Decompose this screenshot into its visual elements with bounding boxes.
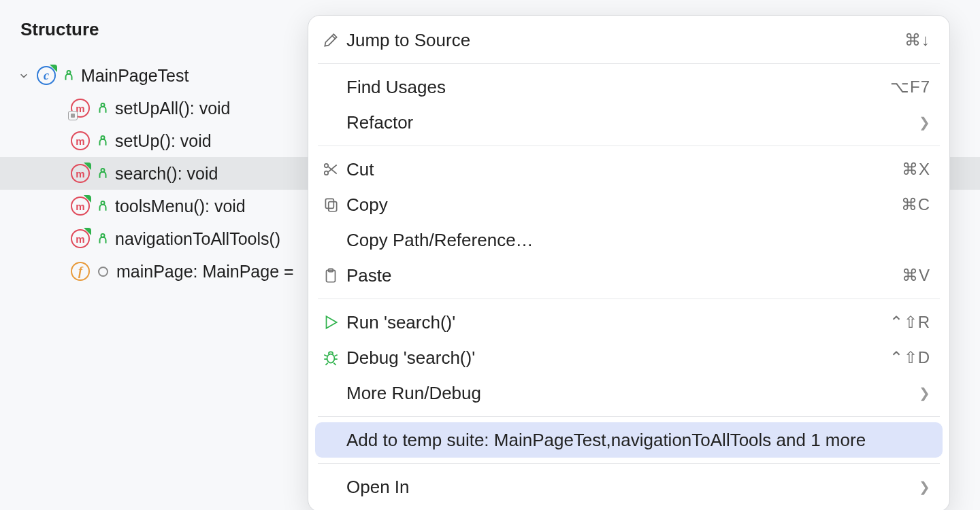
- menu-separator: [318, 63, 940, 64]
- menu-item-jump-to-source[interactable]: Jump to Source ⌘↓: [308, 22, 949, 58]
- scissors-icon: [319, 158, 342, 181]
- chevron-right-icon: ❯: [919, 479, 930, 495]
- menu-shortcut: ⌃⇧D: [889, 348, 930, 367]
- visibility-public-icon: [97, 167, 109, 180]
- menu-item-cut[interactable]: Cut ⌘X: [308, 152, 949, 187]
- menu-label: Debug 'search()': [346, 347, 889, 369]
- svg-rect-9: [329, 202, 337, 211]
- svg-point-13: [327, 354, 335, 363]
- visibility-public-icon: [97, 233, 109, 245]
- menu-item-refactor[interactable]: Refactor ❯: [308, 105, 949, 140]
- menu-shortcut: ⌘C: [901, 195, 930, 214]
- menu-item-copy-path[interactable]: Copy Path/Reference…: [308, 222, 949, 258]
- visibility-public-icon: [97, 200, 109, 212]
- tree-item-label: navigationToAllTools(): [115, 229, 280, 249]
- menu-label: Refactor: [346, 112, 919, 133]
- menu-item-copy[interactable]: Copy ⌘C: [308, 187, 949, 222]
- menu-shortcut: ⌥F7: [890, 78, 930, 97]
- bug-icon: [319, 346, 342, 369]
- menu-label: Copy Path/Reference…: [346, 230, 930, 251]
- menu-separator: [318, 146, 940, 146]
- svg-rect-8: [325, 199, 333, 208]
- menu-separator: [318, 299, 940, 299]
- menu-shortcut: ⌃⇧R: [889, 313, 930, 332]
- menu-label: Copy: [346, 194, 901, 216]
- visibility-package-icon: [98, 267, 108, 277]
- menu-item-add-to-temp-suite[interactable]: Add to temp suite: MainPageTest,navigati…: [315, 422, 943, 458]
- svg-marker-12: [327, 316, 337, 328]
- menu-label: Cut: [346, 159, 902, 180]
- test-method-icon: m: [71, 197, 90, 216]
- menu-label: Run 'search()': [346, 312, 889, 333]
- menu-item-paste[interactable]: Paste ⌘V: [308, 258, 949, 293]
- menu-separator: [318, 463, 940, 464]
- menu-label: Add to temp suite: MainPageTest,navigati…: [346, 430, 930, 451]
- menu-shortcut: ⌘↓: [904, 31, 930, 50]
- method-icon: m: [71, 99, 90, 118]
- copy-icon: [319, 193, 342, 216]
- tree-item-label: search(): void: [115, 164, 218, 184]
- play-icon: [319, 311, 342, 334]
- tree-item-label: setUpAll(): void: [115, 99, 231, 118]
- clipboard-icon: [319, 264, 342, 287]
- menu-label: More Run/Debug: [346, 383, 919, 404]
- menu-item-open-in[interactable]: Open In ❯: [308, 469, 949, 505]
- menu-item-find-usages[interactable]: Find Usages ⌥F7: [308, 69, 949, 105]
- visibility-public-icon: [97, 135, 109, 147]
- class-icon: c: [37, 66, 56, 85]
- menu-separator: [318, 416, 940, 417]
- method-icon: m: [71, 131, 90, 150]
- menu-label: Open In: [346, 477, 919, 498]
- tree-item-label: toolsMenu(): void: [115, 197, 246, 216]
- field-icon: f: [71, 262, 90, 281]
- menu-label: Paste: [346, 265, 902, 286]
- context-menu: Jump to Source ⌘↓ Find Usages ⌥F7 Refact…: [308, 15, 950, 510]
- tree-root-label: MainPageTest: [81, 66, 189, 86]
- menu-shortcut: ⌘X: [902, 160, 930, 179]
- chevron-down-icon[interactable]: [18, 69, 30, 82]
- menu-shortcut: ⌘V: [902, 266, 930, 285]
- test-method-icon: m: [71, 164, 90, 183]
- visibility-public-icon: [97, 102, 109, 114]
- menu-label: Jump to Source: [346, 30, 904, 51]
- menu-item-debug[interactable]: Debug 'search()' ⌃⇧D: [308, 340, 949, 375]
- visibility-public-icon: [63, 69, 75, 82]
- menu-label: Find Usages: [346, 77, 890, 98]
- chevron-right-icon: ❯: [919, 385, 930, 401]
- tree-item-label: mainPage: MainPage =: [116, 262, 294, 282]
- test-method-icon: m: [71, 229, 90, 248]
- tree-item-label: setUp(): void: [115, 131, 212, 151]
- menu-item-more-run-debug[interactable]: More Run/Debug ❯: [308, 375, 949, 411]
- menu-item-run[interactable]: Run 'search()' ⌃⇧R: [308, 305, 949, 340]
- pencil-icon: [319, 29, 342, 52]
- chevron-right-icon: ❯: [919, 114, 930, 131]
